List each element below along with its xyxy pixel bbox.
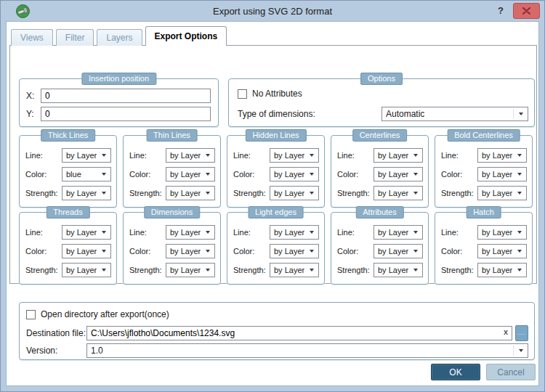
strength-label: Strength: (129, 266, 166, 274)
color-select[interactable]: by Layer (477, 167, 527, 181)
chevron-down-icon (310, 192, 314, 195)
chevron-down-icon (413, 250, 418, 253)
chevron-down-icon (310, 250, 314, 253)
line-style-group-title: Centerlines (352, 129, 408, 142)
strength-select[interactable]: by Layer (166, 263, 215, 277)
color-select[interactable]: by Layer (270, 244, 319, 258)
line-select[interactable]: by Layer (477, 225, 527, 240)
chevron-down-icon (517, 192, 522, 195)
color-select[interactable]: by Layer (270, 167, 319, 181)
tab-views[interactable]: Views (11, 29, 53, 46)
tab-bar: ViewsFilterLayersExport Options (11, 26, 227, 46)
color-label: Color: (233, 170, 270, 179)
line-select[interactable]: by Layer (477, 148, 527, 163)
line-label: Line: (129, 151, 166, 160)
line-select[interactable]: by Layer (62, 225, 111, 240)
type-of-dimensions-label: Type of dimensions: (238, 109, 315, 119)
strength-select[interactable]: by Layer (374, 263, 423, 277)
strength-select[interactable]: by Layer (62, 263, 111, 277)
line-style-group-title: Attributes (355, 206, 403, 219)
tab-filter[interactable]: Filter (56, 29, 94, 46)
strength-label: Strength: (441, 189, 477, 197)
color-select[interactable]: by Layer (166, 167, 215, 181)
tab-layers[interactable]: Layers (97, 29, 142, 46)
chevron-down-icon (102, 192, 106, 195)
line-label: Line: (441, 228, 477, 237)
close-button[interactable] (513, 3, 540, 19)
line-select[interactable]: by Layer (270, 148, 319, 163)
clear-input-icon[interactable]: x (504, 327, 508, 336)
line-style-group-title: Threads (46, 206, 89, 219)
color-select[interactable]: by Layer (62, 244, 111, 258)
chevron-down-icon (102, 173, 106, 176)
tab-export-options[interactable]: Export Options (145, 26, 227, 46)
color-label: Color: (129, 247, 166, 256)
line-style-group-title: Bold Centerlines (447, 129, 520, 142)
options-group: Options No Attributes Type of dimensions… (228, 78, 535, 127)
help-button[interactable]: ? (495, 4, 506, 18)
strength-select[interactable]: by Layer (270, 263, 319, 277)
line-style-group-title: Light edges (248, 206, 304, 219)
chevron-down-icon (206, 154, 210, 157)
y-label: Y: (26, 109, 40, 119)
no-attributes-label: No Attributes (252, 89, 302, 99)
options-title: Options (360, 73, 403, 85)
ok-button[interactable]: OK (431, 364, 480, 380)
chevron-down-icon (519, 113, 523, 115)
y-input[interactable] (41, 107, 211, 121)
strength-select[interactable]: by Layer (62, 186, 111, 200)
line-select[interactable]: by Layer (166, 225, 215, 240)
line-select[interactable]: by Layer (374, 225, 423, 240)
browse-button[interactable]: ... (515, 325, 528, 341)
insertion-position-group: Insertion position X: Y: (19, 78, 219, 127)
dialog-body: ViewsFilterLayersExport Options Insertio… (6, 21, 539, 386)
line-label: Line: (233, 228, 270, 237)
strength-select[interactable]: by Layer (374, 186, 423, 200)
titlebar[interactable]: Export using SVG 2D format ? (1, 1, 544, 21)
color-select[interactable]: by Layer (477, 244, 527, 258)
open-directory-label: Open directory after export(once) (41, 309, 169, 319)
strength-select[interactable]: by Layer (166, 186, 215, 200)
chevron-down-icon (517, 154, 522, 157)
export-destination-group: Open directory after export(once) Destin… (19, 302, 535, 360)
color-select[interactable]: blue (62, 167, 111, 181)
line-select[interactable]: by Layer (62, 148, 111, 163)
chevron-down-icon (310, 173, 314, 176)
no-attributes-checkbox[interactable] (238, 89, 247, 99)
line-label: Line: (233, 151, 270, 160)
strength-label: Strength: (25, 189, 62, 197)
line-style-group: Threads Line: by Layer Color: by Layer S… (19, 212, 117, 285)
line-label: Line: (25, 151, 62, 160)
type-of-dimensions-select[interactable]: Automatic (382, 107, 528, 121)
chevron-down-icon (206, 173, 210, 176)
open-directory-checkbox[interactable] (26, 310, 36, 319)
line-style-group-title: Hidden Lines (245, 129, 306, 142)
line-label: Line: (129, 228, 166, 237)
chevron-down-icon (517, 231, 522, 234)
line-select[interactable]: by Layer (166, 148, 215, 163)
close-icon (522, 7, 530, 15)
destination-file-input[interactable] (86, 326, 512, 340)
strength-select[interactable]: by Layer (477, 263, 527, 277)
color-select[interactable]: by Layer (374, 167, 423, 181)
line-select[interactable]: by Layer (374, 148, 423, 163)
strength-select[interactable]: by Layer (270, 186, 319, 200)
destination-file-label: Destination file: (26, 328, 86, 338)
export-options-tab-pane: Insertion position X: Y: Options No Attr… (9, 45, 537, 284)
cancel-button[interactable]: Cancel (486, 364, 536, 380)
x-input[interactable] (41, 89, 211, 103)
insertion-position-title: Insertion position (81, 73, 156, 85)
line-label: Line: (337, 151, 374, 160)
chevron-down-icon (517, 269, 522, 271)
chevron-down-icon (310, 269, 314, 271)
version-select[interactable]: 1.0 (86, 343, 528, 358)
color-select[interactable]: by Layer (374, 244, 423, 258)
strength-label: Strength: (25, 266, 62, 274)
color-select[interactable]: by Layer (166, 244, 215, 258)
line-style-group: Thick Lines Line: by Layer Color: blue S… (19, 135, 117, 208)
chevron-down-icon (206, 231, 210, 234)
strength-select[interactable]: by Layer (477, 186, 527, 200)
chevron-down-icon (206, 192, 210, 195)
line-select[interactable]: by Layer (270, 225, 319, 240)
chevron-down-icon (206, 269, 210, 271)
